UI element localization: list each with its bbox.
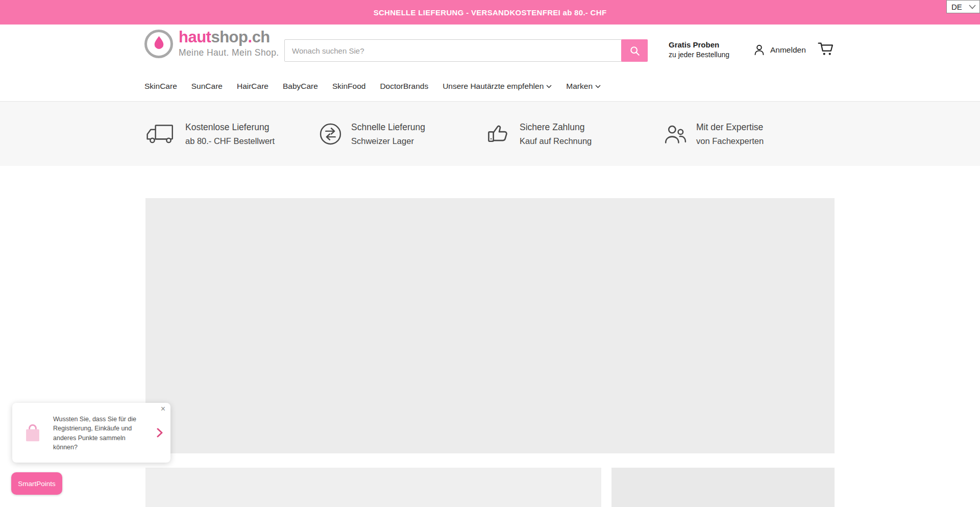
close-icon[interactable]: × — [161, 405, 165, 413]
search-button[interactable] — [621, 39, 648, 62]
shopping-bag-icon — [23, 423, 42, 444]
chevron-right-icon[interactable] — [157, 428, 163, 440]
nav-item-suncare[interactable]: SunCare — [191, 82, 223, 91]
logo-tagline: Meine Haut. Mein Shop. — [179, 47, 279, 58]
experts-icon — [665, 125, 687, 144]
nav-item-doctorbrands[interactable]: DoctorBrands — [380, 82, 428, 91]
truck-icon — [145, 124, 176, 144]
content-block-right-placeholder — [611, 468, 835, 507]
smartpoints-button[interactable]: SmartPoints — [11, 472, 62, 495]
usp-subtitle: ab 80.- CHF Bestellwert — [185, 134, 275, 148]
language-selector[interactable]: DE — [946, 0, 980, 13]
nav-item-marken[interactable]: Marken — [566, 82, 601, 91]
language-selected: DE — [951, 3, 962, 11]
user-icon — [753, 43, 766, 56]
chevron-down-icon — [546, 85, 552, 88]
chevron-down-icon — [595, 85, 601, 88]
promo-banner: SCHNELLE LIEFERUNG - VERSANDKOSTENFREI a… — [0, 0, 980, 25]
cart-button[interactable] — [818, 41, 835, 58]
usp-experts: Mit der Expertise von Fachexperten — [665, 102, 764, 166]
usp-title: Sichere Zahlung — [520, 120, 592, 134]
chevron-down-icon — [969, 5, 976, 9]
nav-item-skincare[interactable]: SkinCare — [144, 82, 177, 91]
nav-item-haircare[interactable]: HairCare — [237, 82, 268, 91]
main-nav: SkinCare SunCare HairCare BabyCare SkinF… — [144, 82, 601, 91]
usp-subtitle: von Fachexperten — [696, 134, 764, 148]
usp-strip: Kostenlose Lieferung ab 80.- CHF Bestell… — [0, 101, 980, 166]
hero-image-placeholder — [145, 198, 835, 453]
usp-secure-payment: Sichere Zahlung Kauf auf Rechnung — [487, 102, 592, 166]
usp-fast-delivery: Schnelle Lieferung Schweizer Lager — [319, 102, 425, 166]
login-label: Anmelden — [770, 45, 806, 55]
promo-banner-text: SCHNELLE LIEFERUNG - VERSANDKOSTENFREI a… — [374, 8, 607, 17]
thumbs-up-icon — [487, 123, 510, 146]
nav-item-hautaerzte-empfehlen[interactable]: Unsere Hautärzte empfehlen — [443, 82, 552, 91]
usp-title: Mit der Expertise — [696, 120, 764, 134]
search-bar — [284, 39, 648, 62]
usp-title: Schnelle Lieferung — [351, 120, 425, 134]
login-link[interactable]: Anmelden — [753, 43, 806, 56]
header-promo: Gratis Proben zu jeder Bestellung — [669, 40, 729, 60]
promo-subtitle: zu jeder Bestellung — [669, 50, 729, 60]
nav-item-skinfood[interactable]: SkinFood — [332, 82, 365, 91]
brand-name: hautshop.ch — [179, 29, 279, 45]
usp-subtitle: Schweizer Lager — [351, 134, 425, 148]
nav-item-babycare[interactable]: BabyCare — [283, 82, 318, 91]
loyalty-popup-text: Wussten Sie, dass Sie für die Registrier… — [53, 415, 141, 452]
search-input[interactable] — [284, 39, 648, 62]
smartpoints-label: SmartPoints — [18, 480, 56, 488]
page: SCHNELLE LIEFERUNG - VERSANDKOSTENFREI a… — [0, 0, 980, 507]
usp-title: Kostenlose Lieferung — [185, 120, 275, 134]
logo[interactable]: hautshop.ch Meine Haut. Mein Shop. — [144, 29, 279, 58]
content-block-left-placeholder — [145, 468, 601, 507]
usp-free-delivery: Kostenlose Lieferung ab 80.- CHF Bestell… — [145, 102, 275, 166]
loyalty-popup: × Wussten Sie, dass Sie für die Registri… — [12, 403, 170, 463]
logo-text: hautshop.ch Meine Haut. Mein Shop. — [179, 29, 279, 58]
logo-droplet-icon — [144, 30, 173, 58]
exchange-arrows-icon — [319, 123, 342, 146]
promo-title: Gratis Proben — [669, 40, 729, 50]
usp-subtitle: Kauf auf Rechnung — [520, 134, 592, 148]
cart-icon — [818, 41, 835, 56]
search-icon — [629, 45, 641, 57]
